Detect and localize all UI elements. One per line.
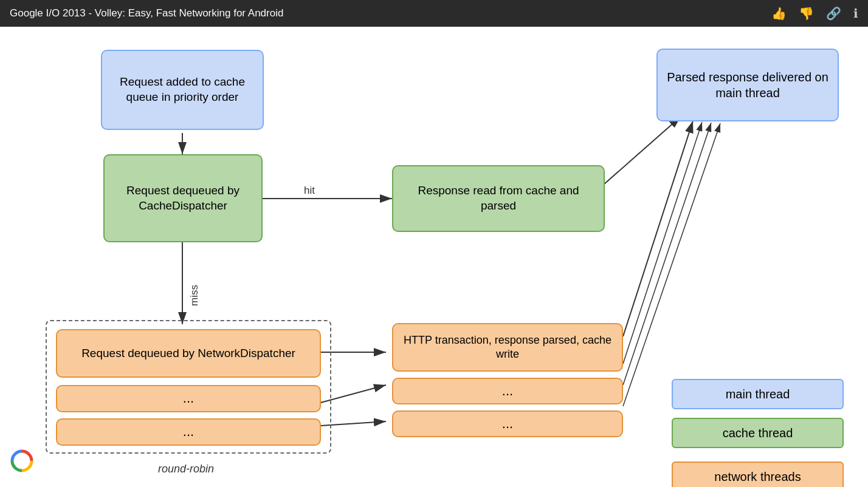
thumbs-up-icon[interactable]: 👍 xyxy=(771,6,787,21)
topbar-icons: 👍 👎 🔗 ℹ xyxy=(771,6,858,21)
legend-network-threads: network threads xyxy=(672,461,844,487)
http-ellipsis2-box: ... xyxy=(392,410,623,437)
thumbs-down-icon[interactable]: 👎 xyxy=(799,6,814,21)
cache-queue-box: Request added to cache queue in priority… xyxy=(101,50,264,130)
legend-network-threads-label: network threads xyxy=(714,470,801,484)
miss-label: miss xyxy=(188,257,201,306)
http-transaction-box: HTTP transaction, response parsed, cache… xyxy=(392,323,623,372)
http-ellipsis1-box: ... xyxy=(392,378,623,404)
svg-line-10 xyxy=(623,122,702,364)
google-logo xyxy=(7,446,36,480)
svg-line-9 xyxy=(623,121,693,336)
svg-line-5 xyxy=(604,117,681,185)
response-cache-box: Response read from cache and parsed xyxy=(392,165,605,232)
topbar-title: Google I/O 2013 - Volley: Easy, Fast Net… xyxy=(10,7,283,19)
share-icon[interactable]: 🔗 xyxy=(826,6,841,21)
legend-cache-thread: cache thread xyxy=(672,418,844,448)
svg-line-11 xyxy=(623,123,711,385)
network-ellipsis2-box: ... xyxy=(56,418,321,446)
round-robin-label: round-robin xyxy=(158,463,214,475)
legend-cache-thread-label: cache thread xyxy=(723,426,793,440)
svg-line-12 xyxy=(623,123,720,406)
legend-main-thread-label: main thread xyxy=(726,387,790,401)
network-dispatcher-box: Request dequeued by NetworkDispatcher xyxy=(56,329,321,378)
parsed-response-box: Parsed response delivered on main thread xyxy=(656,49,839,121)
network-ellipsis1-box: ... xyxy=(56,385,321,412)
topbar: Google I/O 2013 - Volley: Easy, Fast Net… xyxy=(0,0,868,27)
diagram-area: Request added to cache queue in priority… xyxy=(0,27,868,487)
hit-label: hit xyxy=(304,185,315,197)
legend-main-thread: main thread xyxy=(672,379,844,409)
cache-dispatcher-box: Request dequeued by CacheDispatcher xyxy=(103,154,263,242)
info-icon[interactable]: ℹ xyxy=(853,6,858,21)
